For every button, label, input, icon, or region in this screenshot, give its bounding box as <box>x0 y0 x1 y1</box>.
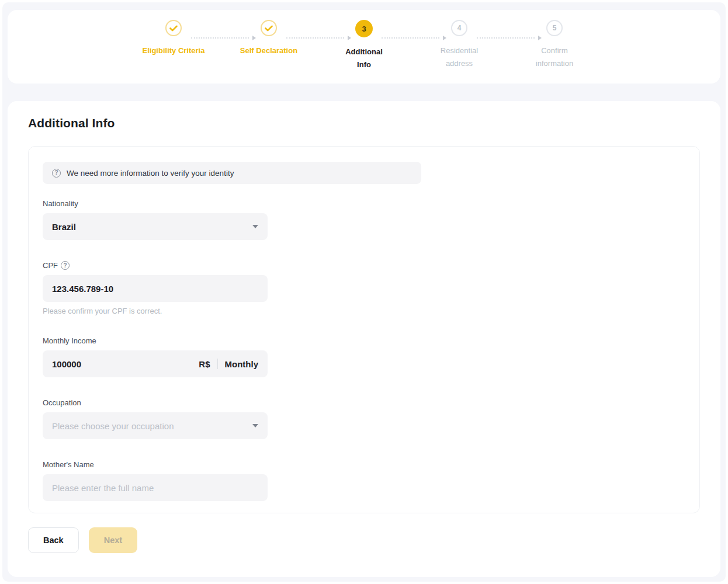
monthly-income-field-box: R$ Monthly <box>43 350 268 377</box>
currency-label: R$ <box>199 359 210 369</box>
nationality-label: Nationality <box>43 199 685 208</box>
step-eligibility-criteria[interactable]: Eligibility Criteria <box>126 20 221 71</box>
step-complete-circle <box>261 20 277 36</box>
page-background: Eligibility Criteria Self Declaration 3 … <box>2 2 726 582</box>
period-label: Monthly <box>225 359 259 369</box>
cpf-input[interactable] <box>52 284 258 294</box>
form-container: ? We need more information to verify you… <box>28 146 700 513</box>
stepper-card: Eligibility Criteria Self Declaration 3 … <box>8 10 720 84</box>
income-suffix: R$ Monthly <box>199 359 258 369</box>
check-icon <box>265 25 273 32</box>
suffix-divider <box>217 359 218 369</box>
chevron-down-icon <box>252 424 258 427</box>
step-label: Residential address <box>432 44 486 70</box>
monthly-income-label: Monthly Income <box>43 336 685 345</box>
back-button[interactable]: Back <box>28 527 79 553</box>
form-card: Additional Info ? We need more informati… <box>8 101 720 577</box>
info-banner-text: We need more information to verify your … <box>67 169 234 178</box>
step-label: Eligibility Criteria <box>143 44 205 57</box>
step-additional-info: 3 Additional Info <box>317 20 412 71</box>
monthly-income-input[interactable] <box>52 359 199 369</box>
step-number-circle: 5 <box>546 20 563 36</box>
form-actions: Back Next <box>28 527 700 553</box>
step-number-circle: 4 <box>451 20 467 36</box>
next-button[interactable]: Next <box>89 527 137 553</box>
mothers-name-field-box <box>43 474 268 501</box>
cpf-field-box <box>43 275 268 302</box>
help-icon: ? <box>52 169 61 178</box>
step-residential-address: 4 Residential address <box>412 20 507 71</box>
step-complete-circle <box>165 20 182 36</box>
step-label: Self Declaration <box>240 44 297 57</box>
cpf-helper-text: Please confirm your CPF is correct. <box>43 307 685 315</box>
occupation-label: Occupation <box>43 398 685 407</box>
mothers-name-label: Mother's Name <box>43 460 685 469</box>
page-title: Additional Info <box>28 116 700 130</box>
step-label: Additional Info <box>340 46 388 71</box>
chevron-down-icon <box>252 225 258 228</box>
progress-stepper: Eligibility Criteria Self Declaration 3 … <box>8 10 720 71</box>
nationality-value: Brazil <box>52 222 252 232</box>
step-self-declaration[interactable]: Self Declaration <box>221 20 317 71</box>
info-banner: ? We need more information to verify you… <box>43 162 421 184</box>
help-icon[interactable]: ? <box>61 261 70 270</box>
nationality-select[interactable]: Brazil <box>43 213 268 240</box>
mothers-name-input[interactable] <box>52 483 258 493</box>
occupation-select[interactable]: Please choose your occupation <box>43 412 268 439</box>
step-number-circle: 3 <box>355 20 373 37</box>
step-confirm-information: 5 Confirm information <box>507 20 602 71</box>
step-label: Confirm information <box>528 44 581 70</box>
occupation-placeholder: Please choose your occupation <box>52 421 252 431</box>
check-icon <box>169 25 178 32</box>
cpf-label: CPF ? <box>43 261 685 270</box>
